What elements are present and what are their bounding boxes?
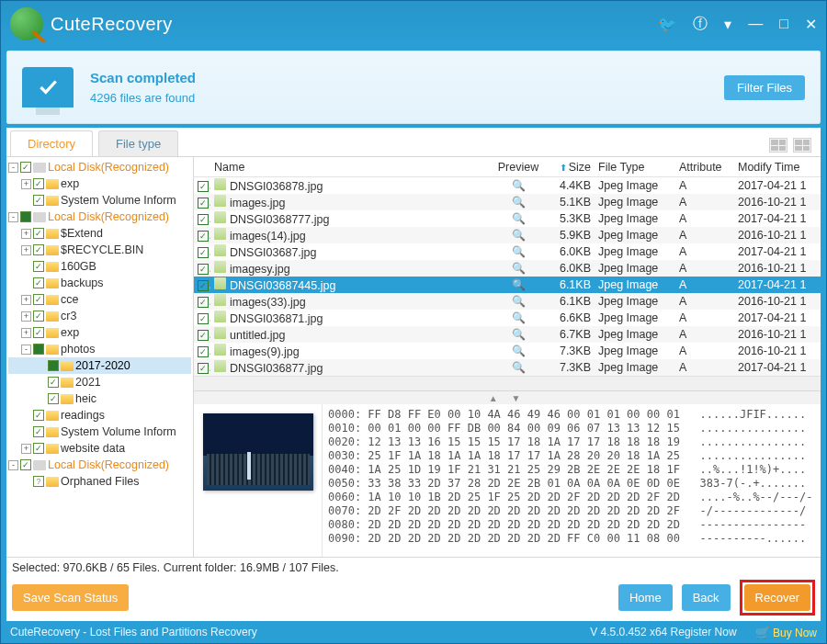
col-attr[interactable]: Attribute <box>675 161 734 174</box>
expander-icon[interactable] <box>21 477 31 487</box>
filter-files-button[interactable]: Filter Files <box>724 75 805 100</box>
preview-icon[interactable]: 🔍 <box>512 196 526 209</box>
expander-icon[interactable]: + <box>21 295 31 305</box>
expander-icon[interactable]: + <box>21 444 31 454</box>
checkbox[interactable]: ✓ <box>33 327 44 338</box>
preview-icon[interactable]: 🔍 <box>512 295 526 308</box>
checkbox[interactable]: ✓ <box>20 459 31 470</box>
preview-icon[interactable]: 🔍 <box>512 361 526 374</box>
twitter-icon[interactable]: 🐦 <box>658 16 676 33</box>
preview-icon[interactable]: 🔍 <box>512 311 526 324</box>
table-row[interactable]: DNSGI036878.jpg🔍4.4KBJpeg ImageA2017-04-… <box>194 177 821 194</box>
checkbox[interactable]: ✓ <box>20 162 31 173</box>
checkbox[interactable]: ✓ <box>33 277 44 288</box>
table-row[interactable]: images(14).jpg🔍5.9KBJpeg ImageA2016-10-2… <box>194 227 821 243</box>
row-checkbox[interactable] <box>198 198 209 209</box>
tree-item[interactable]: ✓System Volume Inform <box>8 424 191 440</box>
preview-icon[interactable]: 🔍 <box>512 245 526 258</box>
splitter-handle[interactable] <box>194 391 821 404</box>
expander-icon[interactable] <box>21 196 31 206</box>
checkbox[interactable]: ✓ <box>48 393 59 404</box>
tree-item[interactable]: ✓readings <box>8 407 191 424</box>
table-row[interactable]: images.jpg🔍5.1KBJpeg ImageA2016-10-21 1 <box>194 194 821 210</box>
preview-icon[interactable]: 🔍 <box>512 328 526 341</box>
checkbox[interactable] <box>20 211 31 222</box>
table-row[interactable]: DNSGI03687.jpg🔍6.0KBJpeg ImageA2017-04-2… <box>194 243 821 260</box>
checkbox[interactable] <box>48 360 59 371</box>
row-checkbox[interactable] <box>198 181 209 192</box>
tree-item[interactable]: ✓System Volume Inform <box>8 192 191 209</box>
row-checkbox[interactable] <box>198 264 209 275</box>
expander-icon[interactable]: - <box>8 212 18 222</box>
col-type[interactable]: File Type <box>595 161 675 174</box>
checkbox[interactable]: ✓ <box>48 377 59 388</box>
checkbox[interactable]: ✓ <box>33 244 44 255</box>
checkbox[interactable]: ✓ <box>33 426 44 437</box>
close-icon[interactable]: ✕ <box>805 16 817 33</box>
version-text[interactable]: V 4.5.0.452 x64 Register Now <box>590 626 736 638</box>
checkbox[interactable]: ✓ <box>33 410 44 421</box>
expander-icon[interactable] <box>21 278 31 288</box>
expander-icon[interactable]: + <box>21 311 31 322</box>
row-checkbox[interactable] <box>198 247 209 258</box>
row-checkbox[interactable] <box>198 330 209 341</box>
horizontal-scrollbar[interactable] <box>194 376 821 390</box>
tab-filetype[interactable]: File type <box>98 130 178 156</box>
expander-icon[interactable]: + <box>21 245 31 255</box>
preview-icon[interactable]: 🔍 <box>512 212 526 225</box>
expander-icon[interactable]: + <box>21 179 31 189</box>
view-list-icon[interactable] <box>793 138 811 153</box>
tree-item[interactable]: ✓backups <box>8 275 191 291</box>
tree-item[interactable]: ✓2021 <box>8 374 191 390</box>
checkbox[interactable]: ✓ <box>33 195 44 206</box>
col-preview[interactable]: Preview <box>492 161 545 174</box>
buy-now-link[interactable]: 🛒 Buy Now <box>755 626 817 639</box>
row-checkbox[interactable] <box>198 280 209 291</box>
tree-item[interactable]: ✓160GB <box>8 258 191 275</box>
tree-item[interactable]: +✓exp <box>8 175 191 192</box>
dropdown-icon[interactable]: ▾ <box>724 16 731 33</box>
table-row[interactable]: DNSGI03687445.jpg🔍6.1KBJpeg ImageA2017-0… <box>194 277 821 293</box>
tree-item[interactable]: +✓cce <box>8 291 191 308</box>
view-grid-icon[interactable] <box>769 138 787 153</box>
tree-item[interactable]: -photos <box>8 341 191 357</box>
checkbox[interactable]: ✓ <box>33 228 44 239</box>
table-row[interactable]: imagesy.jpg🔍6.0KBJpeg ImageA2016-10-21 1 <box>194 260 821 277</box>
checkbox[interactable]: ✓ <box>33 294 44 305</box>
table-row[interactable]: untitled.jpg🔍6.7KBJpeg ImageA2016-10-21 … <box>194 326 821 343</box>
recover-button[interactable]: Recover <box>744 584 810 611</box>
preview-icon[interactable]: 🔍 <box>512 345 526 357</box>
checkbox[interactable]: ✓ <box>33 311 44 322</box>
table-row[interactable]: images(9).jpg🔍7.3KBJpeg ImageA2016-10-21… <box>194 343 821 359</box>
tree-item[interactable]: +✓$RECYCLE.BIN <box>8 242 191 258</box>
expander-icon[interactable] <box>36 394 46 404</box>
facebook-icon[interactable]: ⓕ <box>693 15 708 34</box>
preview-icon[interactable]: 🔍 <box>512 262 526 275</box>
table-row[interactable]: images(33).jpg🔍6.1KBJpeg ImageA2016-10-2… <box>194 293 821 310</box>
tree-item[interactable]: Orphaned Files <box>8 473 191 490</box>
tree-item[interactable]: -Local Disk(Recognized) <box>8 209 191 225</box>
row-checkbox[interactable] <box>198 313 209 324</box>
row-checkbox[interactable] <box>198 297 209 308</box>
expander-icon[interactable] <box>21 262 31 272</box>
tree-item[interactable]: +✓$Extend <box>8 225 191 242</box>
expander-icon[interactable]: + <box>21 328 31 338</box>
expander-icon[interactable] <box>36 378 46 388</box>
row-checkbox[interactable] <box>198 346 209 357</box>
checkbox[interactable]: ✓ <box>33 178 44 189</box>
preview-icon[interactable]: 🔍 <box>512 229 526 242</box>
table-row[interactable]: DNSGI036877.jpg🔍7.3KBJpeg ImageA2017-04-… <box>194 359 821 376</box>
maximize-icon[interactable]: □ <box>779 16 788 32</box>
col-modify[interactable]: Modify Time <box>734 161 821 174</box>
row-checkbox[interactable] <box>198 231 209 242</box>
home-button[interactable]: Home <box>618 584 673 611</box>
directory-tree[interactable]: -✓Local Disk(Recognized)+✓exp✓System Vol… <box>6 157 194 557</box>
checkbox[interactable]: ✓ <box>33 443 44 454</box>
tree-item[interactable]: ✓heic <box>8 390 191 407</box>
preview-icon[interactable]: 🔍 <box>512 278 526 291</box>
col-size[interactable]: ⬆Size <box>545 161 595 174</box>
save-scan-status-button[interactable]: Save Scan Status <box>12 584 129 611</box>
checkbox[interactable]: ✓ <box>33 261 44 272</box>
col-name[interactable]: Name <box>210 161 492 174</box>
row-checkbox[interactable] <box>198 363 209 374</box>
